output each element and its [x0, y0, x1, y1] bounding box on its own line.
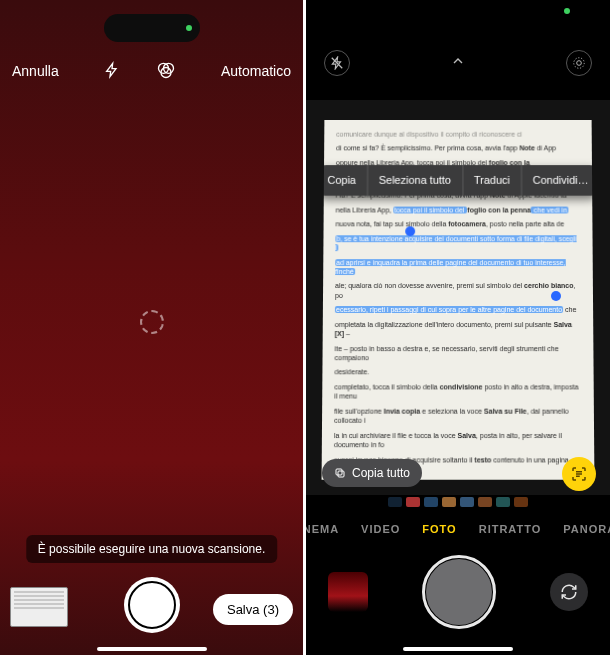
- svg-rect-6: [338, 471, 344, 477]
- flash-off-icon[interactable]: [324, 50, 350, 76]
- dynamic-island: [104, 14, 200, 42]
- color-filters-icon[interactable]: [156, 60, 176, 83]
- home-indicator[interactable]: [403, 647, 513, 651]
- scan-thumbnail[interactable]: [10, 587, 68, 627]
- text-selection-popover: Copia Seleziona tutto Traduci Condividi…: [322, 165, 595, 195]
- svg-rect-7: [336, 469, 342, 475]
- mode-video[interactable]: VIDEO: [361, 523, 400, 535]
- scan-top-bar: Annulla Automatico: [0, 54, 303, 88]
- camera-live-text-screen: comunicare dunque al dispositivo il comp…: [306, 0, 610, 655]
- flash-icon[interactable]: [104, 60, 120, 83]
- selection-handle-start[interactable]: [405, 226, 415, 236]
- captured-document-text[interactable]: comunicare dunque al dispositivo il comp…: [322, 119, 595, 479]
- last-photo-thumbnail[interactable]: [328, 572, 368, 612]
- mode-cinema[interactable]: CINEMA: [306, 523, 339, 535]
- live-text-icon[interactable]: [562, 457, 596, 491]
- flip-camera-icon[interactable]: [550, 573, 588, 611]
- live-photo-icon[interactable]: [566, 50, 592, 76]
- shutter-button[interactable]: [426, 559, 492, 625]
- loading-spinner-icon: [140, 310, 164, 334]
- mode-pano[interactable]: PANORAM: [563, 523, 610, 535]
- rescan-hint: È possibile eseguire una nuova scansione…: [26, 535, 277, 563]
- shutter-button[interactable]: [124, 577, 180, 633]
- popover-share[interactable]: Condividi…: [522, 165, 595, 195]
- camera-active-indicator: [564, 8, 570, 14]
- desktop-taskbar-peek: [306, 497, 610, 507]
- camera-mode-strip[interactable]: CINEMA VIDEO FOTO RITRATTO PANORAM: [306, 523, 610, 535]
- mode-photo[interactable]: FOTO: [422, 523, 456, 535]
- camera-top-bar: [306, 50, 610, 76]
- camera-viewfinder[interactable]: comunicare dunque al dispositivo il comp…: [306, 100, 610, 495]
- cancel-button[interactable]: Annulla: [12, 63, 59, 79]
- copy-all-button[interactable]: Copia tutto: [322, 459, 422, 487]
- popover-translate[interactable]: Traduci: [463, 165, 521, 195]
- selection-handle-end[interactable]: [551, 291, 561, 301]
- svg-point-5: [574, 58, 585, 69]
- popover-select-all[interactable]: Seleziona tutto: [368, 165, 462, 195]
- auto-mode-button[interactable]: Automatico: [221, 63, 291, 79]
- copy-all-label: Copia tutto: [352, 466, 410, 480]
- notes-scan-screen: Annulla Automatico È possibile eseguire …: [0, 0, 306, 655]
- chevron-up-icon[interactable]: [450, 53, 466, 73]
- camera-bottom-bar: [306, 547, 610, 637]
- camera-active-indicator: [186, 25, 192, 31]
- svg-point-4: [577, 61, 582, 66]
- save-button[interactable]: Salva (3): [213, 594, 293, 625]
- popover-copy[interactable]: Copia: [322, 165, 367, 195]
- home-indicator[interactable]: [97, 647, 207, 651]
- mode-portrait[interactable]: RITRATTO: [479, 523, 542, 535]
